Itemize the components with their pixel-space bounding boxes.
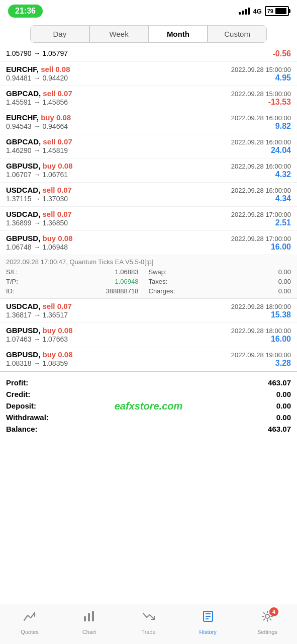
trade-price: 0.94481 → 0.94420: [6, 74, 68, 82]
trade-item-t6[interactable]: USDCAD, sell 0.07 2022.09.28 16:00:00 1.…: [0, 183, 297, 207]
nav-trade[interactable]: Trade: [119, 609, 178, 635]
status-time: 21:36: [8, 5, 43, 18]
balance-label: Balance:: [6, 425, 38, 433]
profit-value: 463.07: [268, 378, 291, 387]
trade-direction: sell 0.07: [43, 89, 72, 98]
svg-rect-2: [92, 611, 94, 621]
tp-label: T/P:: [6, 278, 18, 285]
nav-chart[interactable]: Chart: [59, 609, 119, 635]
withdrawal-label: Withdrawal:: [6, 413, 49, 422]
signal-bars: [239, 8, 250, 15]
status-right: 4G 79: [239, 6, 289, 16]
trade-ea-info: 2022.09.28 17:00:47, Quantum Ticks EA V5…: [6, 258, 291, 266]
trade-item-t11[interactable]: GBPUSD, buy 0.08 2022.09.28 19:00:00 1.0…: [0, 347, 297, 371]
charges-label: Charges:: [149, 287, 175, 295]
trade-item-t5[interactable]: GBPUSD, buy 0.08 2022.09.28 16:00:00 1.0…: [0, 158, 297, 183]
summary-profit-row: Profit: 463.07: [6, 377, 291, 388]
trade-date: 2022.09.28 18:00:00: [231, 327, 291, 335]
trade-date: 2022.09.28 16:00:00: [231, 114, 291, 122]
balance-value: 463.07: [268, 425, 291, 433]
trade-pair: EURCHF, sell 0.08: [6, 65, 70, 73]
trade-item-t3[interactable]: EURCHF, buy 0.08 2022.09.28 16:00:00 0.9…: [0, 110, 297, 134]
quotes-icon: [23, 609, 37, 627]
settings-badge: 4: [269, 607, 278, 616]
trade-price: 1.36817 → 1.36517: [6, 311, 68, 319]
trade-date: 2022.09.28 16:00:00: [231, 187, 291, 194]
trade-date: 2022.09.28 18:00:00: [231, 303, 291, 310]
truncated-price: 1.05790 → 1.05797: [6, 49, 68, 58]
trade-item-t9[interactable]: USDCAD, sell 0.07 2022.09.28 18:00:00 1.…: [0, 299, 297, 323]
trade-profit: 16.00: [271, 335, 291, 344]
summary-deposit-row: Deposit: 0.00: [6, 400, 291, 412]
quotes-label: Quotes: [21, 629, 38, 635]
trade-direction: sell 0.07: [43, 137, 72, 146]
summary-withdrawal-row: Withdrawal: 0.00: [6, 412, 291, 423]
battery-indicator: 79: [265, 6, 289, 16]
trade-price: 1.45591 → 1.45856: [6, 98, 68, 106]
tab-month[interactable]: Month: [149, 25, 208, 43]
trade-profit: 24.04: [271, 146, 291, 155]
svg-rect-4: [206, 613, 211, 614]
trade-pair: USDCAD, sell 0.07: [6, 210, 72, 218]
trade-date: 2022.09.28 15:00:00: [231, 90, 291, 98]
trade-direction: buy 0.08: [43, 326, 73, 335]
bottom-navigation: Quotes Chart Trade: [0, 604, 297, 644]
tab-day[interactable]: Day: [30, 25, 89, 43]
trade-date: 2022.09.28 16:00:00: [231, 163, 291, 170]
battery-level: 79: [267, 8, 273, 14]
trade-pair: USDCAD, sell 0.07: [6, 302, 72, 310]
taxes-label: Taxes:: [149, 278, 168, 285]
tab-week[interactable]: Week: [89, 25, 149, 43]
withdrawal-value: 0.00: [276, 413, 291, 422]
trade-item-t8[interactable]: GBPUSD, buy 0.08 2022.09.28 17:00:00 1.0…: [0, 231, 297, 255]
truncated-trade-row[interactable]: 1.05790 → 1.05797 -0.56: [0, 46, 297, 62]
sl-value: 1.06883: [115, 268, 139, 276]
trade-profit: 4.32: [275, 170, 291, 179]
trade-item-t10[interactable]: GBPUSD, buy 0.08 2022.09.28 18:00:00 1.0…: [0, 323, 297, 347]
trade-price: 1.08318 → 1.08359: [6, 359, 68, 367]
trade-pair: GBPCAD, sell 0.07: [6, 137, 72, 146]
trade-profit: 4.95: [275, 73, 291, 83]
trade-date: 2022.09.28 17:00:00: [231, 211, 291, 218]
detail-id-row: ID: 388888718: [6, 287, 149, 295]
detail-taxes-row: Taxes: 0.00: [149, 277, 291, 286]
trade-price: 1.36899 → 1.36850: [6, 219, 68, 227]
trade-profit: -13.53: [268, 98, 291, 107]
trade-price: 0.94543 → 0.94664: [6, 122, 68, 130]
tp-value: 1.06948: [115, 278, 139, 285]
detail-tp-row: T/P: 1.06948: [6, 277, 149, 286]
trade-profit: 9.82: [275, 122, 291, 131]
trade-pair: EURCHF, buy 0.08: [6, 113, 71, 122]
summary-credit-row: Credit: 0.00: [6, 388, 291, 400]
tab-custom[interactable]: Custom: [208, 25, 267, 43]
trade-price: 1.06748 → 1.06948: [6, 243, 68, 251]
trade-item-t2[interactable]: GBPCAD, sell 0.07 2022.09.28 15:00:00 1.…: [0, 86, 297, 110]
trade-profit: 16.00: [271, 243, 291, 252]
trade-label: Trade: [141, 629, 155, 635]
trade-date: 2022.09.28 17:00:00: [231, 235, 291, 243]
trade-pair: GBPUSD, buy 0.08: [6, 162, 73, 170]
trade-pair: GBPUSD, buy 0.08: [6, 326, 73, 335]
trade-direction: buy 0.08: [41, 113, 71, 122]
trade-item-t1[interactable]: EURCHF, sell 0.08 2022.09.28 15:00:00 0.…: [0, 62, 297, 86]
trade-detail-grid: S/L: 1.06883 Swap: 0.00 T/P: 1.06948 Tax…: [6, 268, 291, 295]
trade-history-list: 1.05790 → 1.05797 -0.56 EURCHF, sell 0.0…: [0, 46, 297, 485]
nav-quotes[interactable]: Quotes: [0, 609, 59, 635]
id-value: 388888718: [106, 287, 138, 295]
nav-settings[interactable]: 4 Settings: [238, 609, 297, 635]
trade-price: 1.06707 → 1.06761: [6, 171, 68, 179]
trade-date: 2022.09.28 19:00:00: [231, 351, 291, 359]
trade-date: 2022.09.28 15:00:00: [231, 66, 291, 73]
trade-direction: sell 0.07: [43, 210, 72, 218]
profit-label: Profit:: [6, 378, 28, 387]
trade-profit: 2.51: [275, 218, 291, 227]
trade-item-t4[interactable]: GBPCAD, sell 0.07 2022.09.28 16:00:00 1.…: [0, 134, 297, 158]
svg-rect-1: [88, 613, 90, 621]
trade-item-t7[interactable]: USDCAD, sell 0.07 2022.09.28 17:00:00 1.…: [0, 207, 297, 231]
network-type: 4G: [253, 8, 261, 15]
detail-sl-row: S/L: 1.06883: [6, 268, 149, 276]
trade-pair: USDCAD, sell 0.07: [6, 186, 72, 194]
nav-history[interactable]: History: [178, 609, 238, 635]
trade-profit: 3.28: [275, 359, 291, 368]
detail-charges-row: Charges: 0.00: [149, 287, 291, 295]
